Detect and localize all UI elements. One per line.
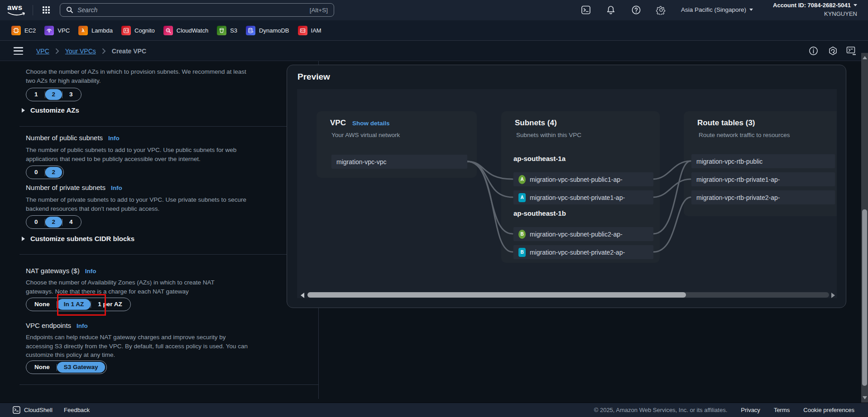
- preview-diagram: VPC Show details Your AWS virtual networ…: [297, 89, 837, 298]
- subnet-row-private2[interactable]: B migration-vpc-subnet-private2-ap-: [513, 245, 653, 259]
- public-subnets-label: Number of public subnetsInfo: [26, 134, 120, 142]
- customize-cidr-label: Customize subnets CIDR blocks: [30, 235, 134, 242]
- route-table-label: migration-vpc-rtb-private1-ap-: [696, 176, 780, 183]
- chevron-right-icon: [55, 48, 59, 54]
- split-panel-icon[interactable]: [846, 46, 856, 56]
- breadcrumb-your-vpcs-link[interactable]: Your VPCs: [65, 47, 96, 55]
- divider: [19, 254, 318, 255]
- public-subnets-info-link[interactable]: Info: [108, 135, 120, 142]
- vertical-scrollbar-thumb[interactable]: [862, 209, 867, 386]
- bell-icon[interactable]: [606, 5, 616, 15]
- customize-azs-expander[interactable]: Customize AZs: [22, 106, 79, 114]
- search-icon: [66, 6, 73, 14]
- aws-logo-text: aws: [7, 3, 27, 12]
- route-table-row-private2[interactable]: migration-vpc-rtb-private2-ap-: [691, 190, 835, 204]
- account-menu[interactable]: Account ID: 7084-2682-5041 KYNGUYEN: [773, 2, 857, 17]
- customize-cidr-expander[interactable]: Customize subnets CIDR blocks: [22, 235, 134, 242]
- caret-down-icon: [854, 4, 857, 6]
- aws-console-screen: aws Search [Alt+S] Asia Pacific (Singapo…: [0, 0, 868, 417]
- nat-option-1-per-az[interactable]: 1 per AZ: [91, 299, 129, 310]
- az-option-1[interactable]: 1: [28, 89, 45, 100]
- favorite-vpc[interactable]: VPC: [44, 26, 70, 35]
- endpoints-option-s3-gateway-selected[interactable]: S3 Gateway: [57, 362, 105, 373]
- private-subnets-option-4[interactable]: 4: [62, 217, 80, 227]
- help-icon[interactable]: [631, 5, 641, 15]
- private-subnets-option-0[interactable]: 0: [28, 217, 45, 227]
- caret-down-icon: [749, 9, 753, 11]
- favorite-label: IAM: [311, 27, 321, 34]
- favorite-ec2[interactable]: EC2: [11, 26, 36, 35]
- az-group-label-1b: ap-southeast-1b: [513, 209, 566, 217]
- vpc-item-label: migration-vpc-vpc: [336, 158, 386, 166]
- customize-azs-label: Customize AZs: [30, 106, 79, 114]
- info-icon[interactable]: [809, 46, 818, 56]
- public-subnets-segmented-control: 0 2: [26, 166, 64, 179]
- endpoints-option-none[interactable]: None: [28, 362, 57, 373]
- amazon-q-icon[interactable]: [828, 46, 838, 56]
- cognito-service-icon: [121, 26, 131, 35]
- subnet-label: migration-vpc-subnet-public1-ap-: [530, 176, 623, 183]
- aws-logo[interactable]: aws: [7, 3, 27, 17]
- nat-gateways-info-link[interactable]: Info: [85, 268, 96, 275]
- cookie-preferences-link[interactable]: Cookie preferences: [803, 407, 854, 413]
- scroll-down-arrow-icon[interactable]: [863, 396, 867, 399]
- region-selector[interactable]: Asia Pacific (Singapore): [681, 6, 753, 13]
- terms-link[interactable]: Terms: [774, 407, 790, 413]
- expand-triangle-icon: [22, 237, 25, 241]
- private-subnets-info-link[interactable]: Info: [111, 185, 122, 191]
- feedback-button[interactable]: Feedback: [64, 407, 90, 413]
- subnet-label: migration-vpc-subnet-private2-ap-: [530, 249, 625, 256]
- subnet-row-public1[interactable]: A migration-vpc-subnet-public1-ap-: [513, 172, 653, 186]
- main-content: Choose the number of AZs in which to pro…: [0, 61, 868, 403]
- private-subnets-description: The number of private subnets to add to …: [26, 195, 248, 213]
- cloudshell-icon[interactable]: [13, 406, 20, 414]
- vpc-item-row[interactable]: migration-vpc-vpc: [331, 155, 467, 169]
- search-input[interactable]: Search [Alt+S]: [60, 3, 334, 17]
- az-option-2-selected[interactable]: 2: [45, 89, 62, 100]
- favorite-iam[interactable]: IAM: [298, 26, 321, 35]
- privacy-link[interactable]: Privacy: [741, 407, 760, 413]
- az-group-label-1a: ap-southeast-1a: [513, 155, 566, 162]
- cloudshell-icon[interactable]: [581, 5, 591, 15]
- favorite-s3[interactable]: S3: [217, 26, 237, 35]
- favorite-label: EC2: [24, 27, 36, 34]
- favorite-cognito[interactable]: Cognito: [121, 26, 155, 35]
- public-subnets-label-text: Number of public subnets: [26, 134, 103, 142]
- gear-icon[interactable]: [656, 5, 666, 15]
- footer-bar: CloudShell Feedback © 2025, Amazon Web S…: [0, 403, 868, 417]
- public-subnets-description: The number of public subnets to add to y…: [26, 146, 254, 163]
- vpc-endpoints-info-link[interactable]: Info: [77, 322, 88, 329]
- private-subnets-label-text: Number of private subnets: [26, 184, 106, 191]
- az-count-segmented-control: 1 2 3: [26, 88, 82, 101]
- favorite-label: S3: [230, 27, 237, 34]
- nat-option-none[interactable]: None: [28, 299, 57, 310]
- scroll-up-arrow-icon[interactable]: [863, 56, 867, 59]
- apps-grid-icon[interactable]: [43, 6, 50, 14]
- breadcrumb-vpc-link[interactable]: VPC: [36, 47, 49, 55]
- public-subnets-option-0[interactable]: 0: [28, 167, 45, 178]
- cloudshell-button[interactable]: CloudShell: [24, 407, 53, 413]
- subnet-row-public2[interactable]: B migration-vpc-subnet-public2-ap-: [513, 227, 653, 241]
- favorite-label: CloudWatch: [177, 27, 208, 34]
- az-option-3[interactable]: 3: [62, 89, 80, 100]
- favorite-dynamodb[interactable]: DynamoDB: [246, 26, 289, 35]
- nat-gateways-description: Choose the number of Availability Zones …: [26, 278, 238, 296]
- private-subnets-label: Number of private subnetsInfo: [26, 184, 122, 191]
- aws-smile-icon: [7, 12, 27, 17]
- favorite-lambda[interactable]: λ Lambda: [78, 26, 113, 35]
- az-description: Choose the number of AZs in which to pro…: [26, 67, 248, 85]
- menu-icon[interactable]: [14, 47, 23, 55]
- favorite-label: DynamoDB: [259, 27, 289, 34]
- breadcrumb: VPC Your VPCs Create VPC: [36, 41, 146, 61]
- subnet-label: migration-vpc-subnet-public2-ap-: [530, 231, 623, 238]
- vpc-endpoints-segmented-control: None S3 Gateway: [26, 360, 107, 374]
- route-table-row-private1[interactable]: migration-vpc-rtb-private1-ap-: [691, 172, 835, 186]
- nat-option-in-1-az-selected[interactable]: In 1 AZ: [57, 299, 91, 310]
- route-table-row-public[interactable]: migration-vpc-rtb-public: [691, 154, 835, 168]
- favorites-bar: EC2 VPC λ Lambda Cognito CloudWatch S3 D…: [0, 20, 868, 41]
- subnet-row-private1[interactable]: A migration-vpc-subnet-private1-ap-: [513, 190, 653, 204]
- public-subnets-option-2-selected[interactable]: 2: [45, 167, 62, 178]
- private-subnets-option-2-selected[interactable]: 2: [45, 217, 62, 227]
- favorite-cloudwatch[interactable]: CloudWatch: [163, 26, 208, 35]
- nat-gateways-segmented-control: None In 1 AZ 1 per AZ: [26, 298, 131, 311]
